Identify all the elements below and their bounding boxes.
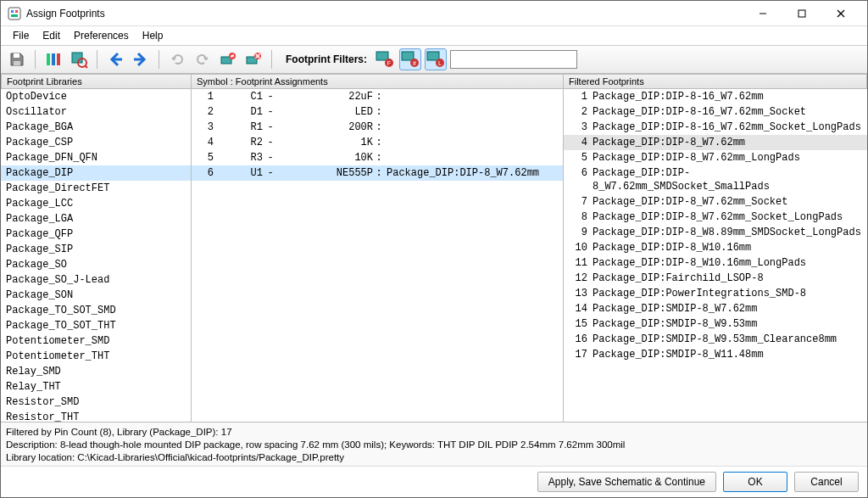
library-item[interactable]: Package_QFP — [1, 227, 191, 242]
svg-rect-1 — [11, 10, 14, 13]
titlebar: Assign Footprints — [1, 1, 867, 26]
filtered-footprint-item[interactable]: 10Package_DIP:DIP-8_W10.16mm — [564, 240, 867, 255]
library-item[interactable]: Package_SON — [1, 288, 191, 303]
undo-icon[interactable] — [166, 48, 188, 70]
assignments-header: Symbol : Footprint Assignments — [192, 74, 564, 89]
status-description: Description: 8-lead though-hole mounted … — [6, 439, 862, 451]
svg-rect-11 — [52, 53, 55, 65]
svg-rect-29 — [402, 52, 414, 60]
filtered-footprint-item[interactable]: 6Package_DIP:DIP-8_W7.62mm_SMDSocket_Sma… — [564, 165, 867, 194]
menu-help[interactable]: Help — [136, 28, 170, 43]
assignments-panel: Symbol : Footprint Assignments 1C1-22uF:… — [192, 74, 564, 422]
assignments-list[interactable]: 1C1-22uF:2D1-LED:3R1-200R:4R2-1K:5R3-10K… — [192, 89, 564, 422]
library-item[interactable]: Package_SO_J-Lead — [1, 272, 191, 288]
filtered-footprint-item[interactable]: 5Package_DIP:DIP-8_W7.62mm_LongPads — [564, 150, 867, 165]
library-item[interactable]: Package_DIP — [1, 165, 191, 181]
svg-rect-8 — [14, 53, 19, 58]
filter-by-keywords-icon[interactable]: F — [374, 48, 396, 70]
svg-rect-10 — [47, 53, 50, 65]
main-panels: Footprint Libraries OptoDeviceOscillator… — [1, 74, 867, 422]
svg-rect-32 — [427, 52, 439, 60]
assignment-row[interactable]: 6U1-NE555P:Package_DIP:DIP-8_W7.62mm — [192, 165, 563, 181]
library-item[interactable]: Package_SIP — [1, 242, 191, 257]
view-footprint-icon[interactable] — [68, 48, 90, 70]
filter-by-library-icon[interactable]: L — [425, 48, 447, 70]
filtered-list[interactable]: 1Package_DIP:DIP-8-16_W7.62mm2Package_DI… — [564, 89, 867, 422]
svg-rect-12 — [57, 53, 60, 65]
libraries-panel: Footprint Libraries OptoDeviceOscillator… — [1, 74, 192, 422]
libraries-list[interactable]: OptoDeviceOscillatorPackage_BGAPackage_C… — [1, 89, 192, 422]
library-item[interactable]: Package_DFN_QFN — [1, 150, 191, 165]
filter-by-pin-count-icon[interactable]: # — [399, 48, 421, 70]
toolbar-separator — [35, 50, 36, 69]
library-item[interactable]: Package_BGA — [1, 120, 191, 135]
library-item[interactable]: Package_DirectFET — [1, 181, 191, 196]
menu-file[interactable]: File — [6, 28, 36, 43]
minimize-button[interactable] — [743, 1, 782, 26]
assignment-row[interactable]: 3R1-200R: — [192, 120, 563, 135]
filtered-footprint-item[interactable]: 14Package_DIP:SMDIP-8_W7.62mm — [564, 301, 867, 316]
apply-button[interactable]: Apply, Save Schematic & Continue — [537, 472, 716, 492]
filtered-footprint-item[interactable]: 8Package_DIP:DIP-8_W7.62mm_Socket_LongPa… — [564, 210, 867, 225]
redo-icon[interactable] — [192, 48, 214, 70]
library-item[interactable]: Relay_THT — [1, 379, 191, 394]
library-item[interactable]: Package_SO — [1, 257, 191, 272]
assignment-row[interactable]: 5R3-10K: — [192, 150, 563, 165]
ok-button[interactable]: OK — [723, 472, 787, 492]
toolbar-separator — [271, 50, 272, 69]
library-item[interactable]: Resistor_SMD — [1, 394, 191, 410]
toolbar: Footprint Filters: F # L — [1, 45, 867, 74]
assignment-row[interactable]: 4R2-1K: — [192, 135, 563, 150]
filter-text-input[interactable] — [450, 50, 577, 69]
svg-rect-26 — [376, 52, 388, 60]
nav-back-icon[interactable] — [104, 48, 126, 70]
nav-forward-icon[interactable] — [130, 48, 152, 70]
filtered-footprint-item[interactable]: 1Package_DIP:DIP-8-16_W7.62mm — [564, 89, 867, 104]
svg-line-15 — [85, 65, 87, 68]
close-button[interactable] — [821, 1, 860, 26]
filtered-footprint-item[interactable]: 9Package_DIP:DIP-8_W8.89mm_SMDSocket_Lon… — [564, 225, 867, 240]
library-table-icon[interactable] — [42, 48, 64, 70]
library-item[interactable]: Package_LGA — [1, 211, 191, 227]
library-item[interactable]: Package_TO_SOT_THT — [1, 318, 191, 333]
delete-assignments-icon[interactable] — [242, 48, 264, 70]
svg-rect-0 — [8, 8, 20, 20]
svg-rect-9 — [14, 61, 20, 65]
status-filter-summary: Filtered by Pin Count (8), Library (Pack… — [6, 426, 862, 439]
svg-text:L: L — [438, 60, 442, 66]
library-item[interactable]: Potentiometer_THT — [1, 349, 191, 364]
menu-edit[interactable]: Edit — [36, 28, 67, 43]
filtered-footprint-item[interactable]: 13Package_DIP:PowerIntegrations_SMD-8 — [564, 286, 867, 301]
assignment-row[interactable]: 2D1-LED: — [192, 104, 563, 120]
libraries-header: Footprint Libraries — [1, 74, 192, 89]
filtered-footprint-item[interactable]: 12Package_DIP:Fairchild_LSOP-8 — [564, 271, 867, 286]
filtered-footprint-item[interactable]: 15Package_DIP:SMDIP-8_W9.53mm — [564, 316, 867, 332]
save-icon[interactable] — [6, 48, 28, 70]
toolbar-separator — [159, 50, 159, 69]
library-item[interactable]: Potentiometer_SMD — [1, 333, 191, 349]
library-item[interactable]: Package_TO_SOT_SMD — [1, 303, 191, 318]
filtered-footprint-item[interactable]: 2Package_DIP:DIP-8-16_W7.62mm_Socket — [564, 104, 867, 120]
library-item[interactable]: Resistor_THT — [1, 410, 191, 422]
menu-preferences[interactable]: Preferences — [67, 28, 136, 43]
maximize-button[interactable] — [782, 1, 821, 26]
footprint-filters-label: Footprint Filters: — [286, 53, 367, 65]
dialog-footer: Apply, Save Schematic & Continue OK Canc… — [1, 466, 867, 497]
assignment-row[interactable]: 1C1-22uF: — [192, 89, 563, 104]
filtered-footprint-item[interactable]: 16Package_DIP:SMDIP-8_W9.53mm_Clearance8… — [564, 332, 867, 347]
svg-rect-2 — [15, 10, 18, 13]
filtered-footprint-item[interactable]: 4Package_DIP:DIP-8_W7.62mm — [564, 135, 867, 150]
library-item[interactable]: Oscillator — [1, 104, 191, 120]
svg-rect-13 — [72, 53, 82, 63]
filtered-footprint-item[interactable]: 7Package_DIP:DIP-8_W7.62mm_Socket — [564, 194, 867, 210]
library-item[interactable]: Package_LCC — [1, 196, 191, 211]
library-item[interactable]: OptoDevice — [1, 89, 191, 104]
auto-assign-icon[interactable] — [217, 48, 239, 70]
library-item[interactable]: Package_CSP — [1, 135, 191, 150]
filtered-footprint-item[interactable]: 11Package_DIP:DIP-8_W10.16mm_LongPads — [564, 255, 867, 271]
cancel-button[interactable]: Cancel — [794, 472, 859, 492]
filtered-footprint-item[interactable]: 17Package_DIP:SMDIP-8_W11.48mm — [564, 347, 867, 362]
filtered-footprint-item[interactable]: 3Package_DIP:DIP-8-16_W7.62mm_Socket_Lon… — [564, 120, 867, 135]
svg-text:#: # — [413, 60, 416, 66]
library-item[interactable]: Relay_SMD — [1, 364, 191, 379]
